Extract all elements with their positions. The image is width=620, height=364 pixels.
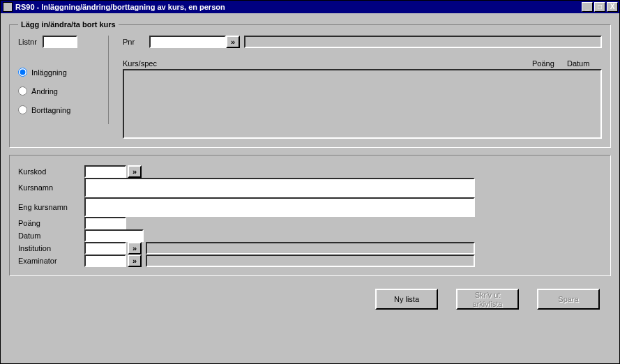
course-details-group: Kurskod » Kursnamn Eng kursnamn Poäng xyxy=(9,155,611,276)
eng-kursnamn-label: Eng kursnamn xyxy=(18,202,84,213)
pnr-display xyxy=(244,36,602,48)
kurskod-lookup-button[interactable]: » xyxy=(128,165,142,178)
institution-display xyxy=(146,242,475,255)
examinator-display xyxy=(146,255,475,267)
examinator-input[interactable] xyxy=(84,255,126,267)
radio-borttagning[interactable]: Borttagning xyxy=(18,105,101,114)
ny-lista-button[interactable]: Ny lista xyxy=(375,289,438,310)
institution-lookup-button[interactable]: » xyxy=(128,242,142,255)
window-content: Lägg in/ändra/ta bort kurs Listnr Inlägg… xyxy=(1,13,619,363)
listnr-label: Listnr xyxy=(18,38,37,46)
maximize-button[interactable]: □ xyxy=(594,2,605,12)
close-button[interactable]: X xyxy=(607,2,618,12)
examinator-label: Examinator xyxy=(18,255,84,266)
kurskod-label: Kurskod xyxy=(18,166,84,177)
kursnamn-display xyxy=(84,178,475,197)
window-title: RS90 - Inläggning/ändring/borttagning av… xyxy=(15,3,580,11)
radio-inlaggning[interactable]: Inläggning xyxy=(18,68,101,77)
examinator-lookup-button[interactable]: » xyxy=(128,255,142,267)
radio-andring[interactable]: Ändring xyxy=(18,86,101,96)
col-datum: Datum xyxy=(567,59,602,68)
pnr-lookup-button[interactable]: » xyxy=(226,36,240,48)
col-kursspec: Kurs/spec xyxy=(123,59,532,68)
spara-button[interactable]: Spara xyxy=(537,289,600,310)
edit-course-group: Lägg in/ändra/ta bort kurs Listnr Inlägg… xyxy=(9,20,611,148)
listnr-input[interactable] xyxy=(43,36,77,48)
institution-label: Institution xyxy=(18,243,84,254)
radio-borttagning-input[interactable] xyxy=(18,105,27,114)
datum-input[interactable] xyxy=(84,229,144,242)
titlebar: RS90 - Inläggning/ändring/borttagning av… xyxy=(1,1,619,13)
footer-buttons: Ny lista Skriv ut arkivlista Spara xyxy=(9,283,611,310)
radio-inlaggning-input[interactable] xyxy=(18,68,27,77)
course-listbox[interactable] xyxy=(123,69,602,139)
eng-kursnamn-display xyxy=(84,197,475,217)
poang-label: Poäng xyxy=(18,218,84,229)
kursnamn-label: Kursnamn xyxy=(18,182,84,193)
list-header: Kurs/spec Poäng Datum xyxy=(123,59,602,68)
app-window: RS90 - Inläggning/ändring/borttagning av… xyxy=(0,0,620,364)
institution-input[interactable] xyxy=(84,242,126,255)
pnr-input[interactable] xyxy=(149,36,226,48)
col-poang: Poäng xyxy=(532,59,567,68)
mode-radio-group: Inläggning Ändring Borttagning xyxy=(18,68,101,114)
skriv-ut-button[interactable]: Skriv ut arkivlista xyxy=(456,289,519,310)
kurskod-input[interactable] xyxy=(84,165,126,178)
minimize-button[interactable]: _ xyxy=(582,2,593,12)
pnr-label: Pnr xyxy=(123,38,144,46)
datum-label: Datum xyxy=(18,230,84,241)
app-icon xyxy=(3,2,13,12)
poang-input[interactable] xyxy=(84,217,126,229)
group-legend: Lägg in/ändra/ta bort kurs xyxy=(18,20,119,29)
radio-andring-input[interactable] xyxy=(18,86,27,96)
